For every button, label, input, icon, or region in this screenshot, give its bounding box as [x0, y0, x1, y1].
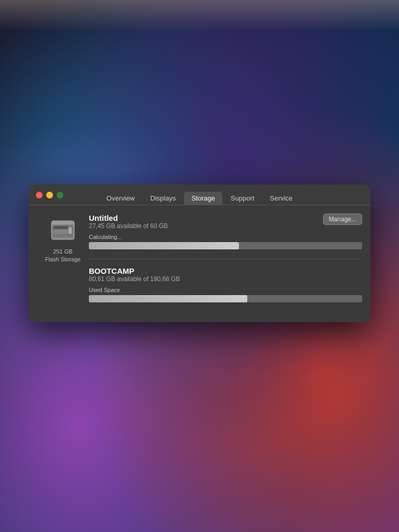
volume-untitled: Untitled 27,45 GB available of 60 GB Man…	[89, 214, 362, 249]
close-button[interactable]	[36, 192, 43, 198]
volume-untitled-progress-bar	[89, 242, 362, 249]
about-this-mac-dialog: Overview Displays Storage Support Servic…	[29, 184, 370, 322]
volume-untitled-name: Untitled	[89, 214, 168, 222]
volume-bootcamp-progress-label: Used Space	[89, 287, 362, 293]
volume-bootcamp-progress-bar	[89, 295, 362, 302]
volume-bootcamp-progress-fill	[89, 295, 247, 302]
drive-icon	[48, 216, 77, 245]
volume-bootcamp-name: BOOTCAMP	[89, 267, 180, 275]
volume-untitled-progress-label: Calculating...	[89, 234, 362, 240]
fullscreen-button[interactable]	[57, 192, 63, 198]
tab-bar: Overview Displays Storage Support Servic…	[99, 192, 300, 205]
minimize-button[interactable]	[46, 192, 53, 198]
volume-bootcamp-header: BOOTCAMP 80,61 GB available of 190,68 GB	[89, 267, 362, 286]
tab-storage[interactable]: Storage	[184, 192, 222, 205]
drive-details: Untitled 27,45 GB available of 60 GB Man…	[89, 214, 362, 312]
drive-section: 251 GB Flash Storage Untitled 27,45 GB a…	[37, 214, 362, 312]
svg-rect-6	[69, 228, 72, 234]
screen-reflection	[0, 0, 399, 31]
manage-button[interactable]: Manage...	[323, 214, 362, 225]
storage-content: 251 GB Flash Storage Untitled 27,45 GB a…	[29, 205, 370, 322]
tab-displays[interactable]: Displays	[143, 192, 183, 205]
volume-bootcamp-available: 80,61 GB available of 190,68 GB	[89, 275, 180, 283]
drive-icon-area: 251 GB Flash Storage	[37, 214, 89, 264]
tab-support[interactable]: Support	[223, 192, 262, 205]
volume-untitled-available: 27,45 GB available of 60 GB	[89, 222, 168, 230]
volume-untitled-progress-fill	[89, 242, 239, 249]
tab-overview[interactable]: Overview	[99, 192, 142, 205]
volume-bootcamp: BOOTCAMP 80,61 GB available of 190,68 GB…	[89, 267, 362, 302]
drive-size-label: 251 GB Flash Storage	[45, 248, 81, 264]
tab-service[interactable]: Service	[263, 192, 300, 205]
window-controls	[36, 192, 63, 198]
svg-rect-2	[54, 226, 68, 229]
volume-untitled-header: Untitled 27,45 GB available of 60 GB Man…	[89, 214, 362, 233]
title-bar: Overview Displays Storage Support Servic…	[29, 184, 370, 205]
svg-rect-7	[51, 221, 74, 224]
volume-divider	[89, 259, 362, 259]
